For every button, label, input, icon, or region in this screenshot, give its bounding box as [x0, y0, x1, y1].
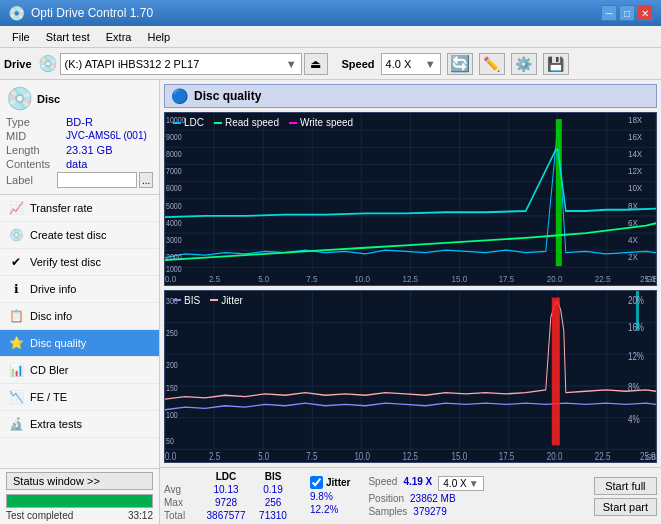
sidebar-item-label-disc-quality: Disc quality [30, 337, 86, 349]
drive-select[interactable]: (K:) ATAPI iHBS312 2 PL17 ▼ [60, 53, 302, 75]
jitter-section: Jitter 9.8% 12.2% [310, 476, 350, 517]
sidebar-item-disc-info[interactable]: 📋 Disc info [0, 303, 159, 330]
sidebar-item-drive-info[interactable]: ℹ Drive info [0, 276, 159, 303]
speed-value: 4.19 X [403, 476, 432, 491]
drive-bar: Drive 💿 (K:) ATAPI iHBS312 2 PL17 ▼ ⏏ Sp… [0, 48, 661, 80]
sidebar-item-label-cd-bler: CD Bler [30, 364, 69, 376]
speed-position-section: Speed 4.19 X 4.0 X ▼ Position 23862 MB S… [368, 476, 483, 517]
transfer-rate-icon: 📈 [8, 200, 24, 216]
refresh-button[interactable]: 🔄 [447, 53, 473, 75]
svg-text:4%: 4% [628, 413, 640, 424]
menu-extra[interactable]: Extra [98, 29, 140, 45]
sidebar-item-create-test-disc[interactable]: 💿 Create test disc [0, 222, 159, 249]
bottom-chart-svg: 0.0 2.5 5.0 7.5 10.0 12.5 15.0 17.5 20.0… [165, 291, 656, 463]
svg-text:20.0: 20.0 [547, 450, 563, 461]
ldc-legend-dot [173, 122, 181, 124]
panel-icon: 🔵 [171, 88, 188, 104]
close-button[interactable]: ✕ [637, 5, 653, 21]
status-bar: Status window >> Test completed 33:12 [0, 468, 159, 524]
sidebar: 💿 Disc Type BD-R MID JVC-AMS6L (001) Len… [0, 80, 160, 524]
svg-text:22.5: 22.5 [595, 450, 611, 461]
avg-row-label: Avg [164, 484, 200, 495]
panel-header: 🔵 Disc quality [164, 84, 657, 108]
svg-text:7000: 7000 [166, 167, 182, 177]
legend-write-speed: Write speed [289, 117, 353, 128]
status-text: Test completed [6, 510, 73, 521]
ldc-col-header: LDC [200, 471, 252, 482]
start-full-button[interactable]: Start full [594, 477, 657, 495]
disc-length-label: Length [6, 144, 66, 156]
save-button[interactable]: 💾 [543, 53, 569, 75]
stats-max-row: Max 9728 256 [164, 497, 294, 508]
svg-text:16%: 16% [628, 321, 644, 332]
svg-text:5.0: 5.0 [258, 450, 269, 461]
read-speed-legend-dot [214, 122, 222, 124]
disc-type-row: Type BD-R [6, 116, 153, 128]
sidebar-item-fe-te[interactable]: 📉 FE / TE [0, 384, 159, 411]
window-controls: ─ □ ✕ [601, 5, 653, 21]
svg-text:17.5: 17.5 [499, 273, 515, 284]
bis-legend-dot [173, 299, 181, 301]
write-speed-legend-dot [289, 122, 297, 124]
minimize-button[interactable]: ─ [601, 5, 617, 21]
stats-total-row: Total 3867577 71310 [164, 510, 294, 521]
svg-text:14X: 14X [628, 148, 642, 159]
sidebar-item-extra-tests[interactable]: 🔬 Extra tests [0, 411, 159, 438]
jitter-max: 12.2% [310, 504, 350, 515]
svg-text:200: 200 [166, 359, 178, 369]
ldc-max: 9728 [200, 497, 252, 508]
disc-label-input[interactable] [57, 172, 137, 188]
top-chart-svg: 0.0 2.5 5.0 7.5 10.0 12.5 15.0 17.5 20.0… [165, 113, 656, 285]
svg-text:5.0: 5.0 [258, 273, 269, 284]
stats-table: LDC BIS Avg 10.13 0.19 Max 9728 256 Tota… [164, 471, 294, 521]
start-part-button[interactable]: Start part [594, 498, 657, 516]
sidebar-item-verify-test-disc[interactable]: ✔ Verify test disc [0, 249, 159, 276]
settings-button[interactable]: ⚙️ [511, 53, 537, 75]
menu-start-test[interactable]: Start test [38, 29, 98, 45]
svg-text:8000: 8000 [166, 149, 182, 159]
speed-dropdown[interactable]: 4.0 X ▼ [438, 476, 483, 491]
menu-file[interactable]: File [4, 29, 38, 45]
maximize-button[interactable]: □ [619, 5, 635, 21]
samples-value: 379279 [413, 506, 446, 517]
svg-text:12X: 12X [628, 165, 642, 176]
svg-text:7.5: 7.5 [306, 450, 317, 461]
title-bar: 💿 Opti Drive Control 1.70 ─ □ ✕ [0, 0, 661, 26]
speed-select[interactable]: 4.0 X ▼ [381, 53, 441, 75]
svg-text:20%: 20% [628, 295, 644, 306]
svg-text:22.5: 22.5 [595, 273, 611, 284]
sidebar-item-transfer-rate[interactable]: 📈 Transfer rate [0, 195, 159, 222]
position-label: Position [368, 493, 404, 504]
svg-text:6000: 6000 [166, 184, 182, 194]
disc-type-label: Type [6, 116, 66, 128]
write-button[interactable]: ✏️ [479, 53, 505, 75]
menu-bar: File Start test Extra Help [0, 26, 661, 48]
jitter-legend-dot [210, 299, 218, 301]
svg-text:10X: 10X [628, 183, 642, 194]
svg-text:12%: 12% [628, 350, 644, 361]
progress-bar-outer [6, 494, 153, 508]
menu-help[interactable]: Help [139, 29, 178, 45]
disc-label-button[interactable]: ... [139, 172, 153, 188]
sidebar-item-label-create-test-disc: Create test disc [30, 229, 106, 241]
speed-label: Speed [368, 476, 397, 491]
svg-text:GB: GB [646, 451, 656, 461]
disc-label-row: Label ... [6, 172, 153, 188]
jitter-checkbox[interactable] [310, 476, 323, 489]
sidebar-item-disc-quality[interactable]: ⭐ Disc quality [0, 330, 159, 357]
app-icon: 💿 [8, 5, 25, 21]
chart-bottom-legend: BIS Jitter [173, 295, 243, 306]
svg-text:2.5: 2.5 [209, 273, 220, 284]
svg-text:10.0: 10.0 [354, 273, 370, 284]
legend-ldc: LDC [173, 117, 204, 128]
nav-items: 📈 Transfer rate 💿 Create test disc ✔ Ver… [0, 195, 159, 468]
sidebar-item-label-extra-tests: Extra tests [30, 418, 82, 430]
status-window-button[interactable]: Status window >> [6, 472, 153, 490]
svg-text:12.5: 12.5 [402, 273, 418, 284]
legend-jitter: Jitter [210, 295, 243, 306]
disc-quality-icon: ⭐ [8, 335, 24, 351]
sidebar-item-cd-bler[interactable]: 📊 CD Bler [0, 357, 159, 384]
cd-bler-icon: 📊 [8, 362, 24, 378]
sidebar-item-label-transfer-rate: Transfer rate [30, 202, 93, 214]
eject-button[interactable]: ⏏ [304, 53, 328, 75]
